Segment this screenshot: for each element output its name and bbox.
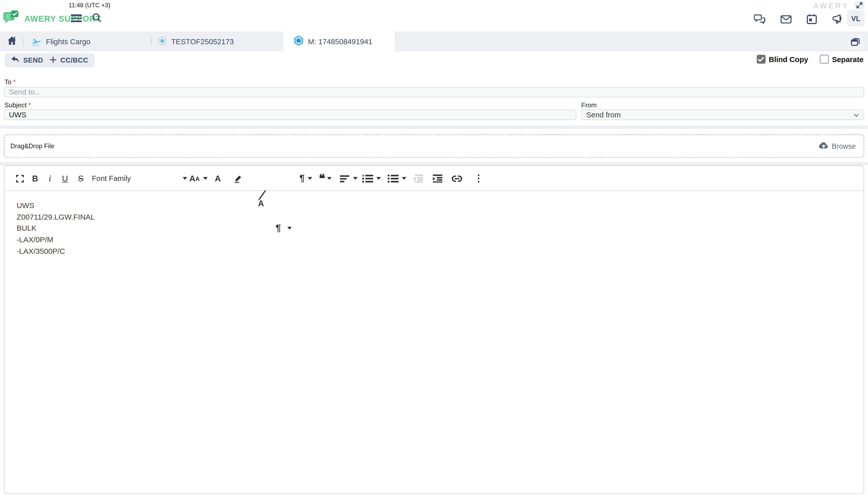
required-asterisk: * [28, 101, 31, 109]
checkbox-checked [757, 55, 765, 64]
section-divider [0, 126, 868, 129]
font-size-button[interactable]: AA [189, 166, 207, 191]
dropzone-label: Drag&Drop File [11, 143, 54, 149]
caret-down-icon [203, 177, 208, 180]
header: 11:48 (UTC +3) AWERY SUPPORT [0, 0, 868, 31]
underline-button[interactable]: U [62, 166, 68, 191]
caret-down-icon [288, 227, 292, 230]
rich-text-editor: B i U S Font Family AA A [4, 165, 864, 494]
blind-copy-label: Blind Copy [769, 55, 808, 63]
bold-button[interactable]: B [32, 166, 38, 191]
fullscreen-button[interactable] [16, 166, 24, 191]
send-label: SEND [23, 56, 43, 64]
caret-down-icon [376, 177, 381, 180]
caret-down-icon [308, 177, 312, 180]
tab-flights-cargo[interactable]: Flights Cargo [24, 31, 98, 51]
unordered-list-button[interactable] [387, 166, 406, 191]
window-restore-icon[interactable] [847, 33, 864, 50]
tab-message-active[interactable]: M: 1748508491941 [284, 31, 395, 51]
caret-down-icon [402, 177, 406, 180]
file-dropzone[interactable]: Drag&Drop File Browse [4, 134, 864, 158]
cc-bcc-label: CC/BCC [60, 56, 88, 64]
tab-bar: Flights Cargo TESTOF25052173 M: [0, 31, 868, 51]
compose-form: To* Subject* From Send from [0, 70, 868, 126]
search-icon[interactable] [92, 13, 102, 23]
tab-label: Flights Cargo [46, 37, 90, 46]
browse-label: Browse [832, 142, 856, 150]
from-value: Send from [586, 110, 621, 119]
font-family-label: Font Family [92, 174, 131, 182]
mail-icon[interactable] [780, 15, 792, 23]
home-icon [7, 36, 16, 47]
clock: 11:48 (UTC +3) [69, 2, 111, 8]
reply-icon [11, 56, 20, 65]
menu-icon[interactable] [71, 14, 82, 22]
hexagon-icon-active [294, 36, 304, 48]
brand: AWERY SUPPORT [3, 10, 101, 27]
app: 11:48 (UTC +3) AWERY SUPPORT [0, 0, 868, 498]
checkbox-unchecked [820, 55, 829, 64]
send-options: Blind Copy Separate [757, 55, 864, 64]
align-button[interactable] [340, 166, 358, 191]
strikethrough-button[interactable]: S [78, 166, 84, 191]
cloud-upload-icon [818, 142, 829, 150]
required-asterisk: * [13, 78, 16, 86]
check-icon [758, 57, 764, 62]
more-button[interactable]: ⋮ [474, 166, 483, 191]
quote-button[interactable]: ❝ [319, 166, 332, 191]
caret-down-icon [328, 177, 332, 180]
subject-input[interactable] [4, 109, 576, 120]
to-input[interactable] [4, 87, 864, 97]
subject-label: Subject* [4, 101, 31, 109]
plus-icon [50, 56, 56, 64]
hexagon-icon [157, 36, 167, 47]
chat-icon[interactable] [754, 14, 765, 24]
paragraph-style-button[interactable]: ¶ ★ [276, 216, 868, 241]
link-button[interactable] [451, 166, 462, 191]
caret-down-icon [353, 177, 358, 180]
content-line: -LAX/3500P/C [16, 246, 852, 258]
caret-down-icon [182, 177, 187, 180]
brand-name: AWERY SUPPORT [24, 14, 101, 23]
indent-button[interactable] [432, 166, 443, 191]
app-logo-icon [3, 10, 20, 27]
tab-testof25052173[interactable]: TESTOF25052173 [152, 31, 242, 51]
highlight-button[interactable] [233, 166, 243, 191]
separate-checkbox[interactable]: Separate [820, 55, 864, 64]
clear-format-button[interactable]: A [258, 191, 868, 216]
tab-label: M: 1748508491941 [308, 37, 372, 46]
outdent-button [413, 166, 423, 191]
awery-wordmark: AWERY [814, 2, 849, 10]
to-label: To* [4, 78, 16, 86]
tab-label: TESTOF25052173 [171, 37, 234, 46]
header-icons [754, 14, 844, 24]
chevron-down-icon [854, 110, 859, 119]
blind-copy-checkbox[interactable]: Blind Copy [757, 55, 808, 64]
calendar-icon[interactable] [807, 14, 817, 24]
section-divider [0, 162, 868, 165]
font-color-button[interactable]: A [215, 166, 868, 191]
avatar[interactable]: VL [847, 10, 865, 27]
tab-home[interactable] [0, 31, 23, 51]
from-label: From [582, 101, 597, 109]
italic-button[interactable]: i [49, 166, 51, 191]
megaphone-icon[interactable] [832, 14, 844, 24]
paragraph-format-button[interactable]: ¶ [299, 166, 312, 191]
cc-bcc-button[interactable]: CC/BCC [43, 53, 95, 67]
browse-button[interactable]: Browse [818, 142, 856, 150]
from-select[interactable]: Send from [582, 109, 864, 120]
separate-label: Separate [832, 55, 864, 63]
action-bar: SEND CC/BCC Blind Copy Separat [0, 52, 868, 70]
editor-toolbar: B i U S Font Family AA A [4, 166, 864, 191]
expand-icon[interactable] [854, 1, 865, 9]
plane-icon [31, 37, 42, 46]
ordered-list-button[interactable] [362, 166, 381, 191]
font-family-select[interactable]: Font Family [92, 166, 187, 191]
